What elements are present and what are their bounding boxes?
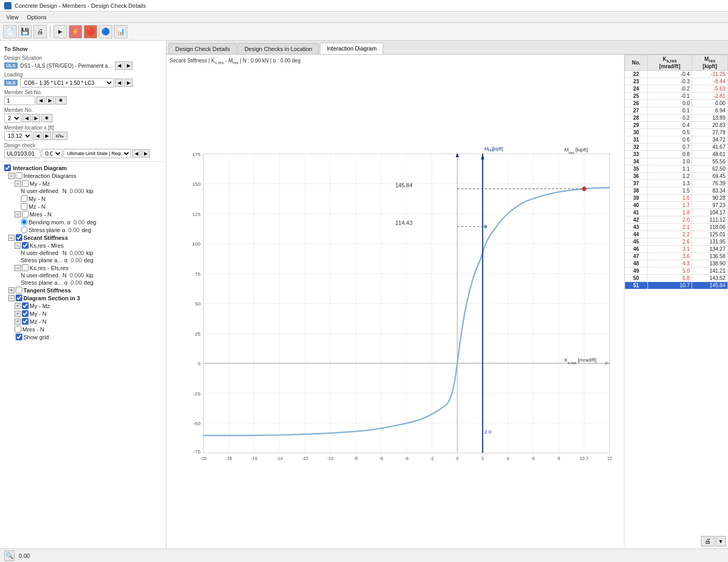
- loading-prev[interactable]: ◀: [115, 79, 123, 87]
- table-row[interactable]: 24-0.2-5.63: [625, 85, 728, 93]
- table-row[interactable]: 401.797.23: [625, 202, 728, 209]
- table-row[interactable]: 495.0141.21: [625, 267, 728, 275]
- table-row[interactable]: 341.055.56: [625, 158, 728, 165]
- loading-next[interactable]: ▶: [124, 79, 133, 87]
- cb-ks-els[interactable]: [22, 264, 29, 271]
- toolbar-action1[interactable]: ▶: [54, 25, 67, 39]
- cb-mz-n[interactable]: [21, 203, 28, 210]
- expand-my-mz2[interactable]: +: [15, 303, 21, 309]
- member-next[interactable]: ▶: [32, 114, 40, 122]
- table-row[interactable]: 330.848.61: [625, 151, 728, 158]
- tab-design-checks-location[interactable]: Design Checks in Location: [238, 43, 319, 54]
- toolbar-action2[interactable]: ⚡: [69, 25, 82, 39]
- design-situation-prev[interactable]: ◀: [115, 61, 123, 70]
- expand-ks-mres[interactable]: −: [15, 242, 21, 249]
- design-situation-next[interactable]: ▶: [124, 61, 133, 70]
- table-row[interactable]: 320.741.67: [625, 144, 728, 151]
- cb-my-mz[interactable]: [22, 180, 29, 187]
- table-row[interactable]: 432.1118.06: [625, 224, 728, 231]
- member-select[interactable]: 2: [4, 113, 21, 123]
- member-action[interactable]: ✱: [41, 114, 53, 122]
- table-row[interactable]: 361.269.45: [625, 173, 728, 180]
- member-loc-prev[interactable]: ◀: [33, 132, 42, 140]
- design-check-prev[interactable]: ◀: [132, 149, 140, 158]
- design-check-val-select[interactable]: 0.000: [42, 149, 62, 158]
- cb-mres-n2[interactable]: [15, 326, 21, 333]
- stress-alpha2: α: [64, 257, 68, 263]
- table-row[interactable]: 411.8104.17: [625, 209, 728, 216]
- toolbar-print[interactable]: 🖨: [33, 25, 47, 39]
- expand-interaction-diagrams[interactable]: −: [8, 173, 15, 179]
- interaction-diagram-checkbox[interactable]: [4, 164, 11, 171]
- table-row[interactable]: 442.2125.01: [625, 231, 728, 238]
- cb-tangent-stiffness[interactable]: [16, 287, 22, 293]
- tree-my-n2: + My - N: [0, 310, 166, 317]
- table-row[interactable]: 506.8143.52: [625, 275, 728, 282]
- member-set-next[interactable]: ▶: [46, 96, 54, 105]
- table-row[interactable]: 25-0.1-2.81: [625, 93, 728, 100]
- expand-diagram-section[interactable]: −: [8, 295, 15, 301]
- expand-ks-els[interactable]: −: [15, 265, 21, 271]
- member-set-input[interactable]: [4, 96, 35, 105]
- expand-my-n2[interactable]: +: [15, 311, 21, 317]
- table-row[interactable]: 310.634.72: [625, 136, 728, 144]
- cb-ks-mres[interactable]: [22, 242, 29, 249]
- expand-my-mz[interactable]: −: [15, 181, 21, 187]
- table-row[interactable]: 463.1134.27: [625, 246, 728, 253]
- member-set-action[interactable]: ✱: [55, 96, 67, 105]
- radio-stress[interactable]: [21, 226, 28, 233]
- table-row[interactable]: 351.162.50: [625, 165, 728, 173]
- table-row[interactable]: 381.583.34: [625, 187, 728, 195]
- toolbar-save[interactable]: 💾: [18, 25, 32, 39]
- expand-tangent[interactable]: +: [8, 287, 15, 293]
- radio-bending[interactable]: [21, 219, 28, 225]
- menu-options[interactable]: Options: [23, 13, 51, 21]
- expand-secant[interactable]: −: [8, 235, 15, 241]
- table-row[interactable]: 280.213.89: [625, 114, 728, 122]
- table-row[interactable]: 473.6136.58: [625, 253, 728, 260]
- show-grid-label: Show grid: [23, 334, 49, 340]
- member-loc-next[interactable]: ▶: [43, 132, 51, 140]
- svg-text:150: 150: [192, 181, 201, 187]
- design-check-next[interactable]: ▶: [141, 149, 150, 158]
- expand-mz-n2[interactable]: +: [15, 318, 21, 325]
- cb-interaction-diagrams[interactable]: [16, 172, 22, 179]
- design-check-code-input[interactable]: [4, 149, 41, 158]
- table-row[interactable]: 290.420.83: [625, 122, 728, 129]
- expand-mres-n[interactable]: −: [15, 211, 21, 218]
- table-row[interactable]: 5110.7145.84: [625, 282, 728, 289]
- tab-interaction-diagram[interactable]: Interaction Diagram: [320, 43, 383, 54]
- cb-diagram-section[interactable]: [16, 295, 22, 301]
- cb-my-mz2[interactable]: [22, 302, 29, 309]
- toolbar-action3[interactable]: 🔴: [84, 25, 97, 39]
- cb-show-grid[interactable]: [16, 334, 22, 340]
- table-row[interactable]: 270.16.94: [625, 107, 728, 114]
- cb-my-n2[interactable]: [22, 310, 29, 317]
- table-row[interactable]: 452.6131.95: [625, 238, 728, 246]
- member-prev[interactable]: ◀: [22, 114, 31, 122]
- cb-my-n[interactable]: [21, 195, 28, 202]
- table-row[interactable]: 300.527.78: [625, 129, 728, 136]
- table-row[interactable]: 260.00.00: [625, 100, 728, 107]
- member-loc-select[interactable]: 13.12: [4, 131, 32, 140]
- menu-view[interactable]: View: [2, 13, 23, 21]
- member-set-prev[interactable]: ◀: [36, 96, 45, 105]
- cb-mz-n2[interactable]: [22, 318, 29, 325]
- statusbar-search-btn[interactable]: 🔍: [4, 551, 15, 561]
- tab-design-check-details[interactable]: Design Check Details: [168, 43, 237, 54]
- toolbar-new[interactable]: 📄: [3, 25, 17, 39]
- cb-mres-n[interactable]: [22, 211, 29, 218]
- table-row[interactable]: 391.690.28: [625, 195, 728, 202]
- table-row[interactable]: 371.376.39: [625, 180, 728, 187]
- table-row[interactable]: 422.0111.12: [625, 216, 728, 224]
- tree-interaction-diagrams: − Interaction Diagrams: [0, 172, 166, 180]
- toolbar-action5[interactable]: 📊: [114, 25, 127, 39]
- loading-select[interactable]: CO6 - 1.35 * LC1 + 1.50 * LC3: [20, 78, 114, 87]
- cb-secant-stiffness[interactable]: [16, 234, 22, 241]
- table-row[interactable]: 484.3138.90: [625, 260, 728, 267]
- design-check-type-select[interactable]: Ultimate Limit State | Required...: [63, 149, 131, 158]
- member-loc-ratio[interactable]: x/xₒ: [52, 132, 68, 140]
- table-row[interactable]: 22-0.4-11.25: [625, 71, 728, 78]
- toolbar-action4[interactable]: 🔵: [99, 25, 112, 39]
- table-row[interactable]: 23-0.3-8.44: [625, 78, 728, 85]
